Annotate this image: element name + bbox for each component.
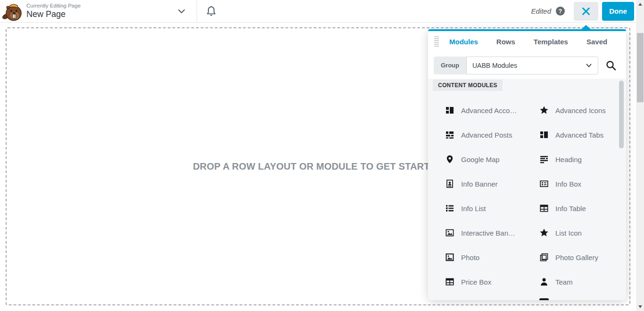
module-item[interactable]: Advanced Icons	[539, 98, 626, 123]
module-item[interactable]: Heading	[539, 147, 626, 172]
module-item[interactable]: Google Map	[445, 147, 539, 172]
module-label: Advanced Icons	[555, 106, 606, 115]
module-label: Google Map	[461, 156, 500, 164]
person-card-icon	[445, 179, 454, 188]
module-item[interactable]: Photo	[445, 245, 539, 270]
module-label: Interactive Ban…	[461, 229, 515, 237]
chevron-down-icon	[586, 62, 592, 69]
beaver-builder-logo	[2, 1, 23, 22]
bell-icon[interactable]	[206, 5, 217, 17]
search-icon	[605, 60, 617, 71]
group-filter-label: Group	[434, 57, 466, 74]
module-item[interactable]: Price Box	[445, 270, 539, 294]
tab-templates[interactable]: Templates	[534, 38, 568, 46]
edited-status: Edited	[531, 7, 551, 15]
tab-modules[interactable]: Modules	[449, 38, 478, 46]
modules-grid: Advanced Acco…Advanced IconsAdvanced Pos…	[428, 98, 626, 294]
close-icon	[581, 7, 591, 16]
page-title-menu[interactable]: Currently Editing Page New Page	[26, 3, 81, 19]
module-item[interactable]: Team	[539, 270, 626, 294]
panel-tabs: ModulesRowsTemplatesSaved	[428, 31, 626, 52]
group-filter-value: UABB Modules	[472, 62, 517, 69]
panel-arrow	[581, 25, 591, 30]
section-header: CONTENT MODULES	[433, 80, 503, 91]
editing-label: Currently Editing Page	[26, 3, 81, 8]
module-label: Advanced Posts	[461, 131, 512, 139]
star-icon	[539, 106, 549, 115]
partial-module-icon	[539, 298, 549, 300]
bullet-list-icon	[445, 204, 454, 213]
scrollbar-thumb[interactable]	[637, 33, 644, 102]
person-icon	[539, 277, 549, 286]
module-item[interactable]: Info Banner	[445, 172, 539, 196]
close-builder-button[interactable]	[574, 2, 598, 21]
price-table-icon	[445, 277, 454, 286]
heading-lines-icon	[539, 155, 549, 164]
id-card-icon	[539, 179, 549, 188]
module-item[interactable]: Info Table	[539, 196, 626, 221]
posts-grid-icon	[445, 130, 454, 139]
browser-scrollbar	[636, 0, 644, 311]
map-pin-icon	[445, 155, 454, 164]
module-item[interactable]: Info List	[445, 196, 539, 221]
topbar-divider	[197, 0, 197, 23]
star-icon	[539, 228, 549, 237]
module-label: Info Box	[555, 180, 581, 188]
scroll-up-arrow-icon[interactable]	[638, 3, 642, 6]
module-item[interactable]: List Icon	[539, 221, 626, 245]
module-label: Photo	[461, 254, 479, 262]
module-label: Team	[555, 278, 573, 286]
chevron-down-icon[interactable]	[177, 7, 186, 16]
module-label: Heading	[555, 156, 582, 164]
module-filter-row: Group UABB Modules	[428, 52, 626, 79]
module-item[interactable]: Photo Gallery	[539, 245, 626, 270]
module-label: List Icon	[555, 229, 582, 237]
modules-list-area: CONTENT MODULES Advanced Acco…Advanced I…	[428, 79, 626, 300]
module-label: Photo Gallery	[555, 254, 598, 262]
image-outline-icon	[445, 228, 454, 237]
panel-scrollbar-thumb[interactable]	[619, 81, 624, 148]
gallery-icon	[539, 253, 549, 262]
help-icon[interactable]: ?	[556, 7, 565, 16]
module-label: Advanced Tabs	[555, 131, 603, 139]
module-item[interactable]: Advanced Tabs	[539, 123, 626, 147]
module-label: Advanced Acco…	[461, 106, 517, 115]
photo-icon	[445, 253, 454, 262]
accordion-icon	[445, 106, 454, 115]
search-button[interactable]	[605, 59, 617, 72]
top-bar: Currently Editing Page New Page Edited ?…	[0, 0, 636, 23]
module-item[interactable]: Interactive Ban…	[445, 221, 539, 245]
tab-saved[interactable]: Saved	[586, 38, 607, 46]
tab-rows[interactable]: Rows	[496, 38, 515, 46]
drop-message: DROP A ROW LAYOUT OR MODULE TO GET START…	[193, 161, 443, 172]
done-button[interactable]: Done	[602, 2, 634, 21]
module-label: Info Banner	[461, 180, 498, 188]
module-item[interactable]: Advanced Acco…	[445, 98, 539, 123]
content-panel: ModulesRowsTemplatesSaved Group UABB Mod…	[428, 29, 626, 300]
module-label: Info List	[461, 205, 486, 213]
module-item[interactable]: Info Box	[539, 172, 626, 196]
module-item[interactable]: Advanced Posts	[445, 123, 539, 147]
module-label: Price Box	[461, 278, 491, 286]
scroll-down-arrow-icon[interactable]	[638, 305, 642, 308]
page-title: New Page	[26, 9, 81, 19]
module-label: Info Table	[555, 205, 586, 213]
tabs-icon	[539, 130, 549, 139]
panel-drag-handle[interactable]	[434, 36, 439, 47]
table-icon	[539, 204, 549, 213]
group-filter-select[interactable]: UABB Modules	[466, 57, 598, 74]
